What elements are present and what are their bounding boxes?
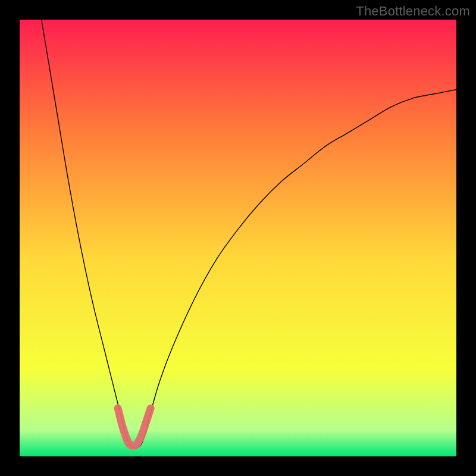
chart-frame: TheBottleneck.com	[0, 0, 476, 476]
plot-area	[20, 20, 456, 456]
gradient-background	[20, 20, 456, 456]
watermark-text: TheBottleneck.com	[356, 4, 470, 19]
chart-svg	[20, 20, 456, 456]
